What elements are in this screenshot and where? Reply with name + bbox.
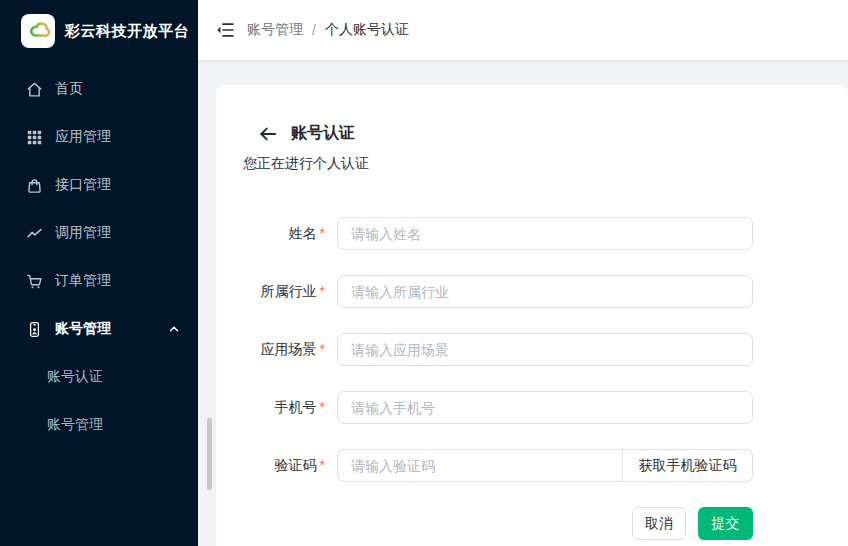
sidebar-subitem-label: 账号认证 — [47, 368, 103, 386]
grid-icon — [26, 129, 43, 146]
page-subtitle: 您正在进行个人认证 — [243, 155, 848, 173]
sidebar-item-label: 接口管理 — [55, 176, 111, 194]
sidebar-fold-icon[interactable] — [215, 20, 235, 40]
required-asterisk: * — [320, 457, 325, 473]
sidebar-subitem-label: 账号管理 — [47, 416, 103, 434]
breadcrumb-current: 个人账号认证 — [325, 21, 409, 39]
sidebar-item-home[interactable]: 首页 — [0, 65, 198, 113]
sidebar-item-label: 首页 — [55, 80, 83, 98]
page-title: 账号认证 — [291, 123, 355, 144]
sidebar-item-label: 调用管理 — [55, 224, 111, 242]
sidebar-item-account[interactable]: 账号管理 — [0, 305, 198, 353]
get-code-button[interactable]: 获取手机验证码 — [622, 449, 753, 482]
bag-icon — [26, 177, 43, 194]
sidebar-item-api[interactable]: 接口管理 — [0, 161, 198, 209]
sidebar-subitem-account-auth[interactable]: 账号认证 — [0, 353, 198, 401]
sidebar-item-calls[interactable]: 调用管理 — [0, 209, 198, 257]
app-title: 彩云科技开放平台 — [65, 22, 189, 41]
form-actions: 取消 提交 — [243, 507, 753, 540]
industry-label: 所属行业* — [243, 283, 325, 301]
breadcrumb-parent[interactable]: 账号管理 — [247, 21, 303, 39]
sidebar-item-apps[interactable]: 应用管理 — [0, 113, 198, 161]
back-arrow-icon[interactable] — [258, 124, 278, 144]
chevron-up-icon — [168, 323, 180, 335]
form-row-industry: 所属行业* — [243, 275, 848, 308]
required-asterisk: * — [320, 283, 325, 299]
sidebar-item-label: 订单管理 — [55, 272, 111, 290]
submit-button[interactable]: 提交 — [698, 507, 753, 540]
sidebar-item-label: 应用管理 — [55, 128, 111, 146]
name-field[interactable] — [337, 217, 753, 250]
auth-form: 姓名* 所属行业* 应用场景* 手机号* 验证码* — [216, 217, 848, 540]
industry-field[interactable] — [337, 275, 753, 308]
phone-user-icon — [26, 321, 43, 338]
code-label: 验证码* — [243, 457, 325, 475]
sidebar-subitem-account-manage[interactable]: 账号管理 — [0, 401, 198, 449]
scrollbar-thumb[interactable] — [207, 418, 212, 490]
auth-card: 账号认证 您正在进行个人认证 姓名* 所属行业* 应用场景* 手机号* — [216, 85, 848, 546]
breadcrumb: 账号管理 / 个人账号认证 — [247, 21, 409, 39]
trend-icon — [26, 225, 43, 242]
app-logo: 彩云科技开放平台 — [0, 0, 198, 48]
cancel-button[interactable]: 取消 — [632, 507, 686, 540]
form-row-scenario: 应用场景* — [243, 333, 848, 366]
required-asterisk: * — [320, 225, 325, 241]
breadcrumb-separator: / — [312, 22, 316, 38]
scenario-label: 应用场景* — [243, 341, 325, 359]
cloud-logo-icon — [21, 14, 55, 48]
form-row-code: 验证码* 获取手机验证码 — [243, 449, 848, 482]
topbar: 账号管理 / 个人账号认证 — [198, 0, 848, 60]
code-field[interactable] — [337, 449, 622, 482]
required-asterisk: * — [320, 341, 325, 357]
sidebar-item-label: 账号管理 — [55, 320, 111, 338]
home-icon — [26, 81, 43, 98]
sidebar-item-orders[interactable]: 订单管理 — [0, 257, 198, 305]
card-header: 账号认证 — [216, 85, 848, 144]
sidebar-menu: 首页 应用管理 接口管理 — [0, 65, 198, 449]
form-row-phone: 手机号* — [243, 391, 848, 424]
name-label: 姓名* — [243, 225, 325, 243]
form-row-name: 姓名* — [243, 217, 848, 250]
phone-label: 手机号* — [243, 399, 325, 417]
phone-field[interactable] — [337, 391, 753, 424]
required-asterisk: * — [320, 399, 325, 415]
scenario-field[interactable] — [337, 333, 753, 366]
code-input-group: 获取手机验证码 — [337, 449, 753, 482]
cart-icon — [26, 273, 43, 290]
sidebar: 彩云科技开放平台 首页 应用管理 — [0, 0, 198, 546]
